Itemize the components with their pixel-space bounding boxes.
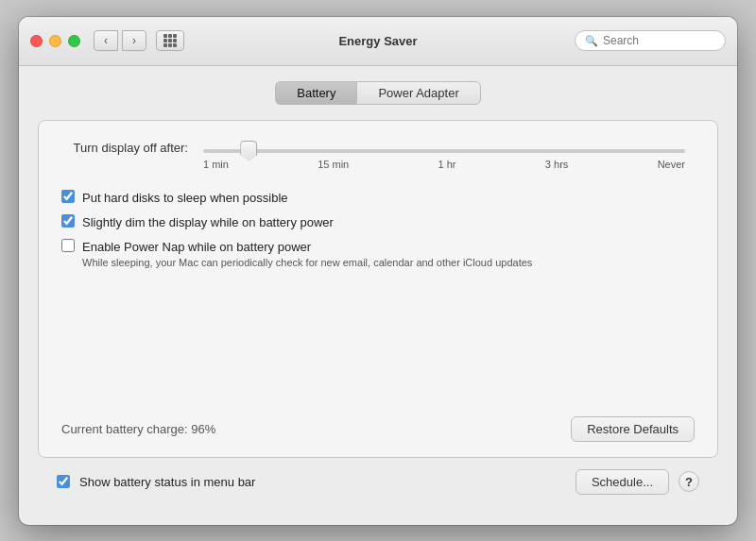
main-window: ‹ › Energy Saver 🔍 Battery Power Adapter [19, 17, 737, 525]
slider-wrap [203, 140, 685, 157]
grid-icon [163, 34, 177, 47]
maximize-button[interactable] [68, 35, 80, 47]
minimize-button[interactable] [49, 35, 61, 47]
restore-defaults-button[interactable]: Restore Defaults [571, 416, 695, 442]
show-battery-checkbox[interactable] [57, 475, 70, 488]
grid-view-button[interactable] [156, 30, 184, 51]
battery-charge-text: Current battery charge: 96% [61, 422, 215, 436]
dim-display-label[interactable]: Slightly dim the display while on batter… [82, 215, 334, 229]
time-label-1min: 1 min [203, 159, 229, 170]
traffic-lights [30, 35, 80, 47]
panel-footer: Current battery charge: 96% Restore Defa… [61, 397, 695, 442]
slider-time-labels: 1 min 15 min 1 hr 3 hrs Never [203, 159, 685, 170]
checkbox-item-harddisk: Put hard disks to sleep when possible [61, 189, 695, 206]
checkbox-group: Put hard disks to sleep when possible Sl… [61, 189, 695, 276]
schedule-button[interactable]: Schedule... [576, 469, 669, 495]
display-sleep-slider[interactable] [203, 149, 685, 153]
time-label-15min: 15 min [318, 159, 349, 170]
slider-label: Turn display off after: [61, 141, 203, 155]
close-button[interactable] [30, 35, 43, 47]
time-label-1hr: 1 hr [438, 159, 456, 170]
bottom-bar: Show battery status in menu bar Schedule… [38, 458, 718, 506]
battery-tab[interactable]: Battery [275, 81, 356, 105]
checkbox-item-dim: Slightly dim the display while on batter… [61, 213, 695, 230]
search-input[interactable] [603, 34, 715, 47]
settings-panel: Turn display off after: 1 min 15 min 1 h… [38, 120, 718, 458]
display-sleep-slider-row: Turn display off after: [61, 140, 695, 157]
harddisk-checkbox[interactable] [61, 190, 75, 203]
powernap-sublabel: While sleeping, your Mac can periodicall… [82, 257, 532, 268]
titlebar: ‹ › Energy Saver 🔍 [19, 17, 737, 66]
power-adapter-tab[interactable]: Power Adapter [356, 81, 480, 105]
nav-buttons: ‹ › [94, 30, 146, 51]
forward-icon: › [132, 34, 136, 47]
search-bar[interactable]: 🔍 [575, 30, 726, 51]
time-label-3hrs: 3 hrs [545, 159, 568, 170]
checkbox-item-powernap: Enable Power Nap while on battery power … [61, 238, 695, 268]
forward-button[interactable]: › [122, 30, 146, 51]
panel-spacer [61, 279, 695, 397]
powernap-checkbox[interactable] [61, 239, 75, 252]
segmented-control: Battery Power Adapter [38, 81, 718, 105]
window-title: Energy Saver [338, 34, 417, 48]
help-button[interactable]: ? [679, 471, 699, 492]
dim-display-checkbox[interactable] [61, 214, 75, 228]
search-icon: 🔍 [585, 35, 598, 47]
back-button[interactable]: ‹ [94, 30, 118, 51]
time-label-never: Never [658, 159, 685, 170]
powernap-label[interactable]: Enable Power Nap while on battery power [82, 240, 311, 254]
content-area: Battery Power Adapter Turn display off a… [19, 66, 737, 525]
back-icon: ‹ [104, 34, 108, 47]
harddisk-label[interactable]: Put hard disks to sleep when possible [82, 191, 288, 205]
show-battery-label[interactable]: Show battery status in menu bar [79, 475, 566, 489]
